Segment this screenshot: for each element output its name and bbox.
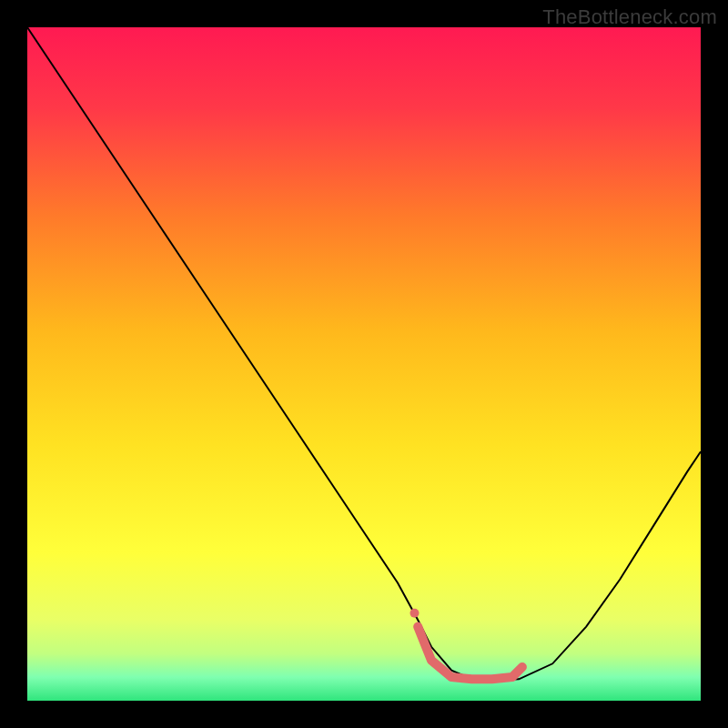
- plot-area: [27, 27, 701, 701]
- watermark-text: TheBottleneck.com: [542, 5, 717, 29]
- gradient-background: [27, 27, 701, 701]
- chart-container: TheBottleneck.com: [0, 0, 728, 728]
- highlight-dot: [410, 609, 420, 618]
- plot-svg: [27, 27, 701, 701]
